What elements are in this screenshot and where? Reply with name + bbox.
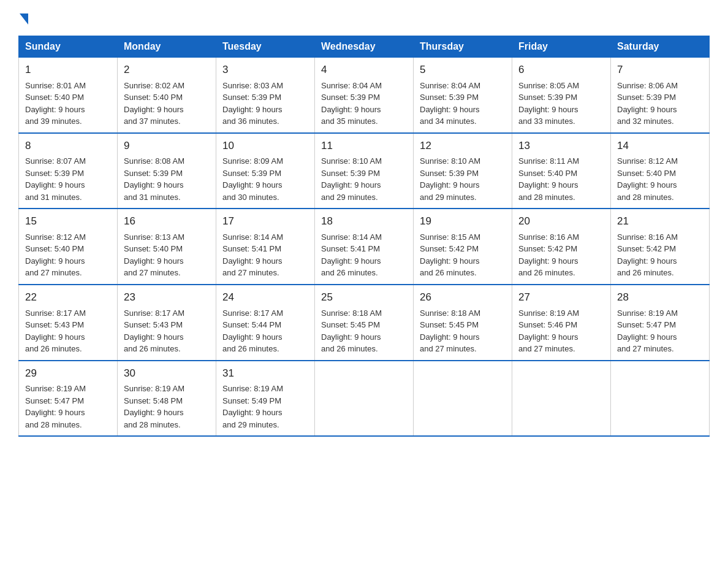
day-number: 24 [222,290,308,305]
day-number: 28 [617,290,703,305]
day-cell: 3Sunrise: 8:03 AMSunset: 5:39 PMDaylight… [216,58,315,133]
day-cell: 14Sunrise: 8:12 AMSunset: 5:40 PMDayligh… [611,133,710,209]
day-cell: 15Sunrise: 8:12 AMSunset: 5:40 PMDayligh… [19,209,118,285]
day-cell: 13Sunrise: 8:11 AMSunset: 5:40 PMDayligh… [512,133,611,209]
day-info: Sunrise: 8:07 AMSunset: 5:39 PMDaylight:… [25,155,111,203]
logo-triangle-icon [20,13,28,25]
day-info: Sunrise: 8:12 AMSunset: 5:40 PMDaylight:… [25,231,111,279]
day-cell: 26Sunrise: 8:18 AMSunset: 5:45 PMDayligh… [414,285,512,361]
header-tuesday: Tuesday [216,36,315,58]
day-info: Sunrise: 8:19 AMSunset: 5:48 PMDaylight:… [124,383,210,431]
day-number: 23 [124,290,210,305]
day-cell: 4Sunrise: 8:04 AMSunset: 5:39 PMDaylight… [315,58,414,133]
day-cell: 9Sunrise: 8:08 AMSunset: 5:39 PMDaylight… [118,133,216,209]
day-cell: 16Sunrise: 8:13 AMSunset: 5:40 PMDayligh… [118,209,216,285]
logo [18,12,28,25]
day-number: 8 [25,139,111,154]
day-number: 10 [222,139,308,154]
day-info: Sunrise: 8:10 AMSunset: 5:39 PMDaylight:… [420,155,506,203]
day-number: 29 [25,366,111,381]
day-info: Sunrise: 8:14 AMSunset: 5:41 PMDaylight:… [321,231,407,279]
day-number: 14 [617,139,703,154]
page-header [18,12,710,25]
day-number: 3 [222,63,308,78]
day-number: 19 [420,214,506,229]
day-number: 17 [222,214,308,229]
day-info: Sunrise: 8:16 AMSunset: 5:42 PMDaylight:… [518,231,604,279]
day-number: 2 [124,63,210,78]
day-info: Sunrise: 8:04 AMSunset: 5:39 PMDaylight:… [420,80,506,128]
day-cell: 23Sunrise: 8:17 AMSunset: 5:43 PMDayligh… [118,285,216,361]
week-row-4: 22Sunrise: 8:17 AMSunset: 5:43 PMDayligh… [19,285,710,361]
day-cell: 21Sunrise: 8:16 AMSunset: 5:42 PMDayligh… [611,209,710,285]
day-info: Sunrise: 8:10 AMSunset: 5:39 PMDaylight:… [321,155,407,203]
day-number: 27 [518,290,604,305]
day-info: Sunrise: 8:17 AMSunset: 5:43 PMDaylight:… [25,307,111,355]
day-cell: 30Sunrise: 8:19 AMSunset: 5:48 PMDayligh… [118,361,216,437]
day-number: 21 [617,214,703,229]
day-cell: 31Sunrise: 8:19 AMSunset: 5:49 PMDayligh… [216,361,315,437]
day-cell: 25Sunrise: 8:18 AMSunset: 5:45 PMDayligh… [315,285,414,361]
day-cell: 5Sunrise: 8:04 AMSunset: 5:39 PMDaylight… [414,58,512,133]
day-number: 18 [321,214,407,229]
header-wednesday: Wednesday [315,36,414,58]
day-number: 22 [25,290,111,305]
day-number: 1 [25,63,111,78]
day-info: Sunrise: 8:12 AMSunset: 5:40 PMDaylight:… [617,155,703,203]
day-number: 16 [124,214,210,229]
header-sunday: Sunday [19,36,118,58]
day-cell: 22Sunrise: 8:17 AMSunset: 5:43 PMDayligh… [19,285,118,361]
day-info: Sunrise: 8:03 AMSunset: 5:39 PMDaylight:… [222,80,308,128]
day-info: Sunrise: 8:16 AMSunset: 5:42 PMDaylight:… [617,231,703,279]
day-info: Sunrise: 8:06 AMSunset: 5:39 PMDaylight:… [617,80,703,128]
day-cell: 24Sunrise: 8:17 AMSunset: 5:44 PMDayligh… [216,285,315,361]
week-row-1: 1Sunrise: 8:01 AMSunset: 5:40 PMDaylight… [19,58,710,133]
day-info: Sunrise: 8:09 AMSunset: 5:39 PMDaylight:… [222,155,308,203]
day-info: Sunrise: 8:13 AMSunset: 5:40 PMDaylight:… [124,231,210,279]
header-monday: Monday [118,36,216,58]
day-cell: 17Sunrise: 8:14 AMSunset: 5:41 PMDayligh… [216,209,315,285]
day-cell: 10Sunrise: 8:09 AMSunset: 5:39 PMDayligh… [216,133,315,209]
day-info: Sunrise: 8:19 AMSunset: 5:49 PMDaylight:… [222,383,308,431]
day-cell: 7Sunrise: 8:06 AMSunset: 5:39 PMDaylight… [611,58,710,133]
day-info: Sunrise: 8:19 AMSunset: 5:47 PMDaylight:… [617,307,703,355]
header-friday: Friday [512,36,611,58]
day-number: 26 [420,290,506,305]
day-info: Sunrise: 8:02 AMSunset: 5:40 PMDaylight:… [124,80,210,128]
day-cell: 8Sunrise: 8:07 AMSunset: 5:39 PMDaylight… [19,133,118,209]
week-row-5: 29Sunrise: 8:19 AMSunset: 5:47 PMDayligh… [19,361,710,437]
day-number: 12 [420,139,506,154]
day-info: Sunrise: 8:05 AMSunset: 5:39 PMDaylight:… [518,80,604,128]
day-cell: 6Sunrise: 8:05 AMSunset: 5:39 PMDaylight… [512,58,611,133]
day-info: Sunrise: 8:01 AMSunset: 5:40 PMDaylight:… [25,80,111,128]
day-info: Sunrise: 8:18 AMSunset: 5:45 PMDaylight:… [321,307,407,355]
day-number: 5 [420,63,506,78]
day-info: Sunrise: 8:11 AMSunset: 5:40 PMDaylight:… [518,155,604,203]
day-number: 31 [222,366,308,381]
header-row: SundayMondayTuesdayWednesdayThursdayFrid… [19,36,710,58]
day-info: Sunrise: 8:19 AMSunset: 5:46 PMDaylight:… [518,307,604,355]
day-cell: 2Sunrise: 8:02 AMSunset: 5:40 PMDaylight… [118,58,216,133]
day-info: Sunrise: 8:04 AMSunset: 5:39 PMDaylight:… [321,80,407,128]
day-cell [611,361,710,437]
day-cell: 27Sunrise: 8:19 AMSunset: 5:46 PMDayligh… [512,285,611,361]
calendar-table: SundayMondayTuesdayWednesdayThursdayFrid… [18,36,710,437]
day-cell: 20Sunrise: 8:16 AMSunset: 5:42 PMDayligh… [512,209,611,285]
header-saturday: Saturday [611,36,710,58]
day-cell [512,361,611,437]
day-info: Sunrise: 8:18 AMSunset: 5:45 PMDaylight:… [420,307,506,355]
day-number: 20 [518,214,604,229]
day-info: Sunrise: 8:08 AMSunset: 5:39 PMDaylight:… [124,155,210,203]
day-cell [414,361,512,437]
day-cell [315,361,414,437]
day-number: 25 [321,290,407,305]
header-thursday: Thursday [414,36,512,58]
day-number: 15 [25,214,111,229]
day-number: 4 [321,63,407,78]
day-info: Sunrise: 8:17 AMSunset: 5:44 PMDaylight:… [222,307,308,355]
day-number: 30 [124,366,210,381]
day-number: 7 [617,63,703,78]
day-number: 11 [321,139,407,154]
week-row-2: 8Sunrise: 8:07 AMSunset: 5:39 PMDaylight… [19,133,710,209]
day-info: Sunrise: 8:14 AMSunset: 5:41 PMDaylight:… [222,231,308,279]
